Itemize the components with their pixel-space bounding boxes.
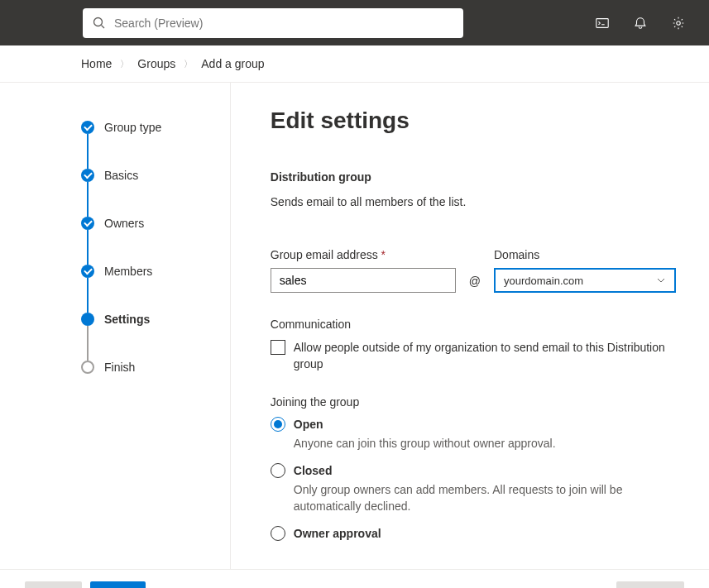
radio-item-open: Open Anyone can join this group without …: [271, 417, 676, 452]
joining-title: Joining the group: [271, 395, 676, 409]
search-input[interactable]: [114, 17, 453, 30]
breadcrumb-bar: Home 〉 Groups 〉 Add a group: [0, 45, 709, 83]
step-finish[interactable]: Finish: [81, 361, 230, 374]
domain-selected: yourdomain.com: [504, 275, 583, 287]
wizard-footer: Back Next Cancel: [0, 569, 709, 588]
back-button[interactable]: Back: [25, 581, 82, 588]
step-owners[interactable]: Owners: [81, 217, 230, 265]
cancel-button[interactable]: Cancel: [616, 581, 684, 588]
radio-open[interactable]: [271, 417, 285, 432]
joining-radio-group: Open Anyone can join this group without …: [271, 417, 676, 541]
step-label: Finish: [104, 361, 135, 374]
chevron-down-icon: [656, 275, 666, 285]
radio-owner-approval-label: Owner approval: [294, 527, 381, 540]
search-box[interactable]: [83, 8, 463, 38]
chevron-right-icon: 〉: [184, 58, 193, 70]
radio-owner-approval[interactable]: [271, 526, 285, 541]
radio-closed-label: Closed: [294, 464, 333, 477]
svg-point-3: [677, 21, 681, 25]
next-button[interactable]: Next: [90, 581, 145, 588]
group-type-desc: Sends email to all members of the list.: [271, 195, 676, 208]
group-type-subtitle: Distribution group: [271, 170, 676, 184]
settings-icon[interactable]: [671, 16, 686, 31]
step-group-type[interactable]: Group type: [81, 121, 230, 169]
svg-rect-2: [596, 18, 608, 27]
step-basics[interactable]: Basics: [81, 169, 230, 217]
breadcrumb-add-group[interactable]: Add a group: [201, 57, 264, 70]
step-settings[interactable]: Settings: [81, 313, 230, 361]
radio-open-desc: Anyone can join this group without owner…: [294, 435, 676, 452]
step-label: Owners: [104, 217, 144, 230]
breadcrumb-groups[interactable]: Groups: [137, 57, 175, 70]
check-icon: [81, 265, 94, 278]
check-icon: [81, 169, 94, 182]
page-title: Edit settings: [271, 108, 676, 134]
breadcrumb: Home 〉 Groups 〉 Add a group: [81, 57, 709, 70]
email-form-row: Group email address @ Domains yourdomain…: [271, 248, 676, 293]
top-header: [0, 0, 709, 45]
current-step-icon: [81, 313, 94, 326]
email-label: Group email address: [271, 248, 456, 261]
check-icon: [81, 217, 94, 230]
step-label: Basics: [104, 169, 138, 182]
svg-line-1: [102, 25, 105, 28]
external-email-checkbox[interactable]: [271, 340, 285, 355]
domain-label: Domains: [494, 248, 676, 261]
step-label: Group type: [104, 121, 161, 134]
external-email-label: Allow people outside of my organization …: [294, 339, 676, 372]
group-email-input[interactable]: [271, 268, 456, 293]
content: Group type Basics Owners Members Setting: [0, 83, 709, 569]
step-label: Members: [104, 265, 152, 278]
external-email-checkbox-row: Allow people outside of my organization …: [271, 339, 676, 372]
domain-dropdown[interactable]: yourdomain.com: [494, 268, 676, 293]
main-panel: Edit settings Distribution group Sends e…: [231, 83, 709, 569]
check-icon: [81, 121, 94, 134]
header-actions: [595, 16, 696, 31]
chevron-right-icon: 〉: [120, 58, 129, 70]
radio-open-label: Open: [294, 418, 323, 431]
radio-closed[interactable]: [271, 463, 285, 478]
breadcrumb-home[interactable]: Home: [81, 57, 112, 70]
radio-closed-desc: Only group owners can add members. All r…: [294, 481, 676, 514]
step-members[interactable]: Members: [81, 265, 230, 313]
communication-title: Communication: [271, 318, 676, 331]
pending-step-icon: [81, 361, 94, 374]
at-symbol: @: [466, 275, 484, 293]
svg-point-0: [94, 17, 103, 26]
radio-item-closed: Closed Only group owners can add members…: [271, 463, 676, 514]
radio-item-owner-approval: Owner approval: [271, 526, 676, 541]
search-icon: [93, 17, 106, 30]
step-label: Settings: [104, 313, 150, 326]
shell-icon[interactable]: [595, 16, 610, 31]
wizard-steps: Group type Basics Owners Members Setting: [0, 83, 231, 569]
notifications-icon[interactable]: [633, 16, 648, 31]
